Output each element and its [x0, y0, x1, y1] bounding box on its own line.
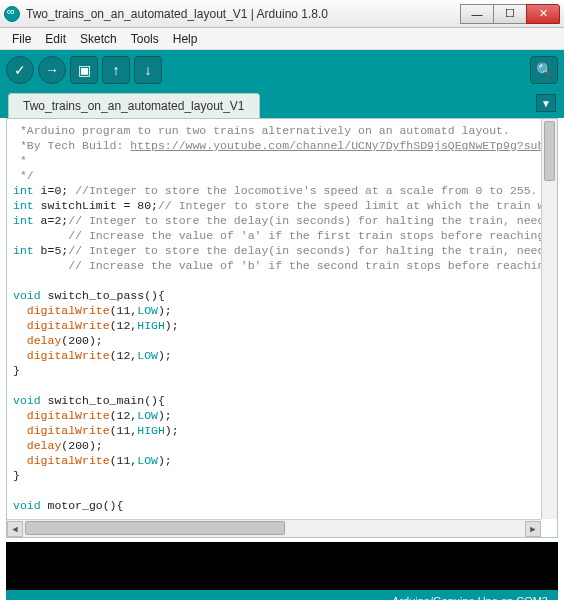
maximize-button[interactable]: ☐	[493, 4, 527, 24]
horizontal-scroll-thumb[interactable]	[25, 521, 285, 535]
menu-sketch[interactable]: Sketch	[74, 30, 123, 48]
close-button[interactable]: ✕	[526, 4, 560, 24]
serial-monitor-button[interactable]: 🔍	[530, 56, 558, 84]
window-controls: — ☐ ✕	[461, 4, 560, 24]
code-editor[interactable]: *Arduino program to run two trains alter…	[6, 118, 558, 538]
arduino-app-icon	[4, 6, 20, 22]
scroll-left-arrow[interactable]: ◄	[7, 521, 23, 537]
verify-button[interactable]: ✓	[6, 56, 34, 84]
vertical-scroll-thumb[interactable]	[544, 121, 555, 181]
menu-help[interactable]: Help	[167, 30, 204, 48]
tab-menu-dropdown[interactable]: ▼	[536, 94, 556, 112]
window-title: Two_trains_on_an_automated_layout_V1 | A…	[26, 7, 461, 21]
menu-tools[interactable]: Tools	[125, 30, 165, 48]
sketch-tab[interactable]: Two_trains_on_an_automated_layout_V1	[8, 93, 260, 118]
minimize-button[interactable]: —	[460, 4, 494, 24]
open-button[interactable]: ↑	[102, 56, 130, 84]
window-titlebar: Two_trains_on_an_automated_layout_V1 | A…	[0, 0, 564, 28]
toolbar: ✓ → ▣ ↑ ↓ 🔍	[0, 50, 564, 90]
menu-bar: File Edit Sketch Tools Help	[0, 28, 564, 50]
vertical-scrollbar[interactable]	[541, 119, 557, 519]
code-area[interactable]: *Arduino program to run two trains alter…	[7, 119, 557, 519]
menu-file[interactable]: File	[6, 30, 37, 48]
menu-edit[interactable]: Edit	[39, 30, 72, 48]
new-button[interactable]: ▣	[70, 56, 98, 84]
save-button[interactable]: ↓	[134, 56, 162, 84]
scroll-right-arrow[interactable]: ►	[525, 521, 541, 537]
status-bar: Arduino/Genuino Uno on COM3	[6, 590, 558, 600]
output-console[interactable]	[6, 542, 558, 590]
board-port-label: Arduino/Genuino Uno on COM3	[392, 595, 548, 600]
upload-button[interactable]: →	[38, 56, 66, 84]
tab-strip: Two_trains_on_an_automated_layout_V1 ▼	[0, 90, 564, 118]
horizontal-scrollbar[interactable]: ◄ ►	[7, 519, 541, 537]
